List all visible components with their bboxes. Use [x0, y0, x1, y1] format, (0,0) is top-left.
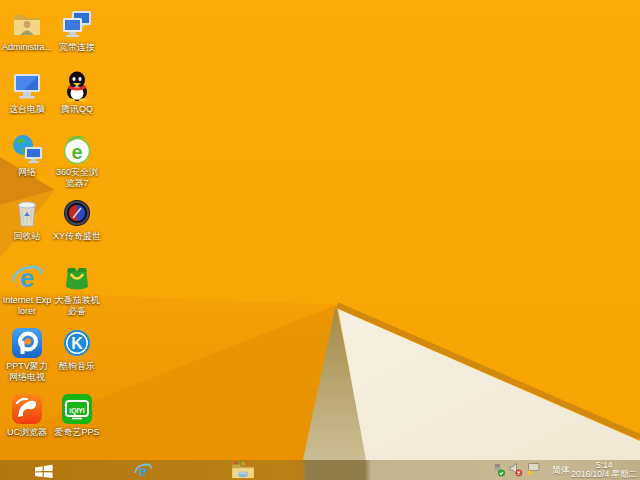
taskbar: e [0, 460, 640, 480]
desktop-icon-network[interactable]: 网络 [2, 133, 52, 178]
desktop-icon-label: 爱奇艺PPS [52, 427, 102, 438]
internet-explorer-icon: e [11, 261, 43, 293]
desktop-icon-label: 360安全浏览器7 [52, 167, 102, 188]
network-globe-icon [11, 133, 43, 165]
desktop-icon-label: 大番茄装机必备 [52, 295, 102, 316]
desktop-icon-kugou-music[interactable]: K 酷狗音乐 [52, 327, 102, 372]
desktop-icon-label: XY传奇盛世 [52, 231, 102, 242]
desktop-icon-label: 腾讯QQ [52, 104, 102, 115]
desktop-icon-administrator-folder[interactable]: Administra... [2, 8, 52, 53]
desktop-icon-internet-explorer[interactable]: e Internet Explorer [2, 261, 52, 316]
qq-penguin-icon [61, 70, 93, 102]
tomato-bag-icon [61, 261, 93, 293]
recycle-bin-icon [11, 197, 43, 229]
folder-explorer-icon [230, 461, 256, 479]
clock-date: 2016/10/4 星期二 [571, 470, 637, 479]
desktop-icon-label: PPTV聚力 网络电视 [2, 361, 52, 382]
ie-taskbar-icon: e [133, 461, 153, 479]
desktop-icon-label: 宽带连接 [52, 42, 102, 53]
desktop-icon-tencent-qq[interactable]: 腾讯QQ [52, 70, 102, 115]
desktop-icon-label: Internet Explorer [2, 295, 52, 316]
broadband-connection-icon [61, 8, 93, 40]
desktop[interactable]: Administra... 宽带连接 这台电 [0, 0, 640, 460]
network-warning-icon[interactable] [527, 460, 541, 480]
volume-muted-icon[interactable] [509, 460, 523, 480]
desktop-icon-label: 回收站 [2, 231, 52, 242]
xy-game-emblem-icon [61, 197, 93, 229]
ime-indicator[interactable]: 简体 [552, 460, 570, 480]
start-button[interactable] [26, 460, 62, 480]
pptv-icon [11, 327, 43, 359]
administrator-folder-icon [11, 8, 43, 40]
desktop-icon-label: 网络 [2, 167, 52, 178]
desktop-icon-uc-browser[interactable]: UC浏览器 [2, 393, 52, 438]
kugou-music-icon: K [61, 327, 93, 359]
desktop-icon-label: UC浏览器 [2, 427, 52, 438]
uc-browser-icon [11, 393, 43, 425]
desktop-icon-iqiyi-pps[interactable]: iQIYI 爱奇艺PPS [52, 393, 102, 438]
desktop-icon-tomato-essentials[interactable]: 大番茄装机必备 [52, 261, 102, 316]
desktop-icon-pptv[interactable]: PPTV聚力 网络电视 [2, 327, 52, 382]
svg-text:K: K [71, 335, 83, 352]
desktop-icon-recycle-bin[interactable]: 回收站 [2, 197, 52, 242]
safely-remove-hardware-icon[interactable] [492, 460, 506, 480]
svg-text:e: e [71, 141, 82, 163]
desktop-icon-xy-game[interactable]: XY传奇盛世 [52, 197, 102, 242]
taskbar-internet-explorer-button[interactable]: e [122, 460, 164, 480]
desktop-icon-this-pc[interactable]: 这台电脑 [2, 70, 52, 115]
desktop-icon-label: 酷狗音乐 [52, 361, 102, 372]
desktop-icon-360-browser[interactable]: e 360安全浏览器7 [52, 133, 102, 188]
taskbar-clock[interactable]: 5:14 2016/10/4 星期二 [571, 461, 637, 479]
desktop-icon-label: Administra... [2, 42, 52, 53]
desktop-icon-label: 这台电脑 [2, 104, 52, 115]
desktop-icon-broadband-connection[interactable]: 宽带连接 [52, 8, 102, 53]
360-browser-icon: e [61, 133, 93, 165]
taskbar-file-explorer-button[interactable] [222, 460, 264, 480]
windows-start-icon [34, 463, 54, 478]
this-pc-icon [11, 70, 43, 102]
svg-text:iQIYI: iQIYI [69, 407, 85, 415]
iqiyi-pps-icon: iQIYI [61, 393, 93, 425]
